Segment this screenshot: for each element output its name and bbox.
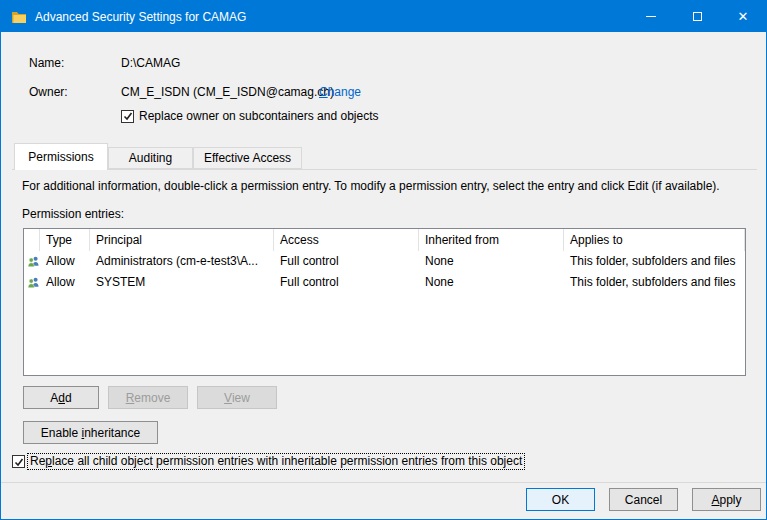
cell-principal: SYSTEM [90, 272, 274, 293]
replace-children-checkbox[interactable]: Replace all child object permission entr… [12, 453, 525, 470]
checkbox-icon [121, 110, 134, 123]
cell-type: Allow [40, 251, 90, 272]
info-text: For additional information, double-click… [22, 179, 720, 193]
header-inherited-from[interactable]: Inherited from [419, 229, 564, 251]
tab-label: Permissions [28, 150, 93, 164]
header-type[interactable]: Type [40, 229, 90, 251]
list-header: Type Principal Access Inherited from App… [24, 229, 745, 251]
tab-permissions[interactable]: Permissions [14, 143, 108, 170]
permission-entries-label: Permission entries: [22, 207, 124, 221]
enable-inheritance-button[interactable]: Enable inheritance [23, 421, 158, 444]
table-row[interactable]: Allow Administrators (cm-e-test3\A... Fu… [24, 251, 745, 272]
name-value: D:\CAMAG [121, 56, 180, 70]
change-owner-link[interactable]: Change [319, 85, 361, 99]
replace-owner-checkbox[interactable]: Replace owner on subcontainers and objec… [121, 109, 378, 123]
maximize-icon [693, 12, 702, 21]
permission-entries-list[interactable]: Type Principal Access Inherited from App… [23, 228, 746, 376]
cell-type: Allow [40, 272, 90, 293]
header-principal[interactable]: Principal [90, 229, 274, 251]
header-access[interactable]: Access [274, 229, 419, 251]
group-users-icon [24, 251, 40, 272]
cancel-button[interactable]: Cancel [609, 488, 678, 511]
folder-icon [11, 9, 27, 25]
ok-button[interactable]: OK [526, 488, 595, 511]
cell-applies-to: This folder, subfolders and files [564, 272, 745, 293]
cell-inherited-from: None [419, 251, 564, 272]
advanced-security-settings-dialog: Advanced Security Settings for CAMAG ✕ N… [0, 0, 767, 520]
cell-principal: Administrators (cm-e-test3\A... [90, 251, 274, 272]
view-button[interactable]: View [197, 386, 277, 409]
cell-applies-to: This folder, subfolders and files [564, 251, 745, 272]
checkbox-icon [12, 455, 25, 468]
replace-owner-label: Replace owner on subcontainers and objec… [139, 109, 378, 123]
tab-label: Auditing [129, 151, 172, 165]
minimize-button[interactable] [628, 1, 674, 32]
window-title: Advanced Security Settings for CAMAG [35, 10, 246, 24]
title-bar: Advanced Security Settings for CAMAG ✕ [1, 1, 766, 32]
remove-button[interactable]: Remove [108, 386, 188, 409]
tab-label: Effective Access [204, 151, 291, 165]
add-button[interactable]: Add [23, 386, 99, 409]
apply-button[interactable]: Apply [692, 488, 761, 511]
maximize-button[interactable] [674, 1, 720, 32]
header-icon-column[interactable] [24, 229, 40, 251]
cell-access: Full control [274, 272, 419, 293]
table-row[interactable]: Allow SYSTEM Full control None This fold… [24, 272, 745, 293]
close-button[interactable]: ✕ [720, 1, 766, 32]
close-icon: ✕ [738, 10, 749, 23]
name-label: Name: [29, 56, 64, 70]
owner-label: Owner: [29, 85, 68, 99]
replace-children-label: Replace all child object permission entr… [27, 453, 525, 470]
tab-strip-line [12, 169, 757, 170]
footer-divider [1, 482, 766, 483]
header-applies-to[interactable]: Applies to [564, 229, 745, 251]
owner-value: CM_E_ISDN (CM_E_ISDN@camag.ch) [121, 85, 334, 99]
caption-buttons: ✕ [628, 1, 766, 32]
tab-effective-access[interactable]: Effective Access [193, 147, 302, 169]
group-users-icon [24, 272, 40, 293]
cell-inherited-from: None [419, 272, 564, 293]
tab-auditing[interactable]: Auditing [108, 147, 193, 169]
cell-access: Full control [274, 251, 419, 272]
minimize-icon [646, 16, 656, 17]
